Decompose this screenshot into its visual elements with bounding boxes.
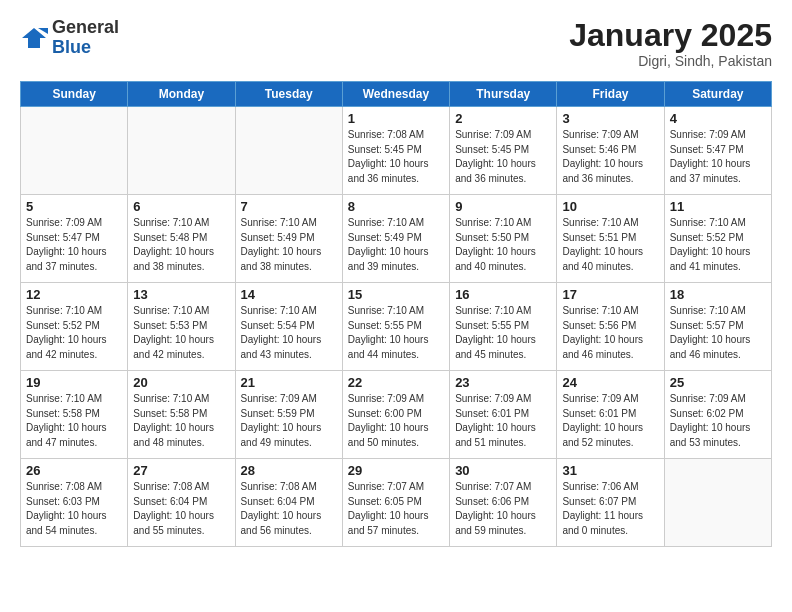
day-cell: 21Sunrise: 7:09 AM Sunset: 5:59 PM Dayli… <box>235 371 342 459</box>
day-info: Sunrise: 7:09 AM Sunset: 6:00 PM Dayligh… <box>348 392 444 450</box>
day-cell: 25Sunrise: 7:09 AM Sunset: 6:02 PM Dayli… <box>664 371 771 459</box>
day-cell: 2Sunrise: 7:09 AM Sunset: 5:45 PM Daylig… <box>450 107 557 195</box>
week-row-1: 1Sunrise: 7:08 AM Sunset: 5:45 PM Daylig… <box>21 107 772 195</box>
day-cell: 4Sunrise: 7:09 AM Sunset: 5:47 PM Daylig… <box>664 107 771 195</box>
day-number: 25 <box>670 375 766 390</box>
day-info: Sunrise: 7:06 AM Sunset: 6:07 PM Dayligh… <box>562 480 658 538</box>
day-number: 24 <box>562 375 658 390</box>
day-number: 29 <box>348 463 444 478</box>
day-cell: 18Sunrise: 7:10 AM Sunset: 5:57 PM Dayli… <box>664 283 771 371</box>
day-info: Sunrise: 7:10 AM Sunset: 5:55 PM Dayligh… <box>348 304 444 362</box>
day-cell: 27Sunrise: 7:08 AM Sunset: 6:04 PM Dayli… <box>128 459 235 547</box>
day-number: 28 <box>241 463 337 478</box>
day-info: Sunrise: 7:10 AM Sunset: 5:50 PM Dayligh… <box>455 216 551 274</box>
day-cell: 10Sunrise: 7:10 AM Sunset: 5:51 PM Dayli… <box>557 195 664 283</box>
logo-icon <box>20 24 48 52</box>
col-thursday: Thursday <box>450 82 557 107</box>
day-cell: 6Sunrise: 7:10 AM Sunset: 5:48 PM Daylig… <box>128 195 235 283</box>
col-sunday: Sunday <box>21 82 128 107</box>
day-info: Sunrise: 7:10 AM Sunset: 5:57 PM Dayligh… <box>670 304 766 362</box>
week-row-3: 12Sunrise: 7:10 AM Sunset: 5:52 PM Dayli… <box>21 283 772 371</box>
day-number: 26 <box>26 463 122 478</box>
logo-general-label: General <box>52 18 119 38</box>
day-cell: 15Sunrise: 7:10 AM Sunset: 5:55 PM Dayli… <box>342 283 449 371</box>
day-number: 16 <box>455 287 551 302</box>
day-info: Sunrise: 7:10 AM Sunset: 5:53 PM Dayligh… <box>133 304 229 362</box>
day-cell: 7Sunrise: 7:10 AM Sunset: 5:49 PM Daylig… <box>235 195 342 283</box>
day-cell: 26Sunrise: 7:08 AM Sunset: 6:03 PM Dayli… <box>21 459 128 547</box>
week-row-2: 5Sunrise: 7:09 AM Sunset: 5:47 PM Daylig… <box>21 195 772 283</box>
day-cell <box>664 459 771 547</box>
day-info: Sunrise: 7:09 AM Sunset: 5:47 PM Dayligh… <box>26 216 122 274</box>
day-number: 1 <box>348 111 444 126</box>
title-block: January 2025 Digri, Sindh, Pakistan <box>569 18 772 69</box>
day-number: 2 <box>455 111 551 126</box>
day-cell: 13Sunrise: 7:10 AM Sunset: 5:53 PM Dayli… <box>128 283 235 371</box>
day-cell: 20Sunrise: 7:10 AM Sunset: 5:58 PM Dayli… <box>128 371 235 459</box>
day-number: 14 <box>241 287 337 302</box>
col-friday: Friday <box>557 82 664 107</box>
day-cell: 28Sunrise: 7:08 AM Sunset: 6:04 PM Dayli… <box>235 459 342 547</box>
day-info: Sunrise: 7:10 AM Sunset: 5:49 PM Dayligh… <box>241 216 337 274</box>
day-info: Sunrise: 7:08 AM Sunset: 5:45 PM Dayligh… <box>348 128 444 186</box>
day-number: 11 <box>670 199 766 214</box>
col-saturday: Saturday <box>664 82 771 107</box>
day-info: Sunrise: 7:10 AM Sunset: 5:52 PM Dayligh… <box>670 216 766 274</box>
day-cell: 22Sunrise: 7:09 AM Sunset: 6:00 PM Dayli… <box>342 371 449 459</box>
day-number: 23 <box>455 375 551 390</box>
day-info: Sunrise: 7:10 AM Sunset: 5:49 PM Dayligh… <box>348 216 444 274</box>
day-cell: 11Sunrise: 7:10 AM Sunset: 5:52 PM Dayli… <box>664 195 771 283</box>
day-cell: 24Sunrise: 7:09 AM Sunset: 6:01 PM Dayli… <box>557 371 664 459</box>
day-cell: 5Sunrise: 7:09 AM Sunset: 5:47 PM Daylig… <box>21 195 128 283</box>
day-number: 5 <box>26 199 122 214</box>
day-info: Sunrise: 7:10 AM Sunset: 5:58 PM Dayligh… <box>133 392 229 450</box>
day-number: 7 <box>241 199 337 214</box>
day-number: 4 <box>670 111 766 126</box>
day-info: Sunrise: 7:09 AM Sunset: 6:01 PM Dayligh… <box>562 392 658 450</box>
day-cell: 30Sunrise: 7:07 AM Sunset: 6:06 PM Dayli… <box>450 459 557 547</box>
day-info: Sunrise: 7:09 AM Sunset: 5:46 PM Dayligh… <box>562 128 658 186</box>
day-number: 3 <box>562 111 658 126</box>
day-info: Sunrise: 7:10 AM Sunset: 5:55 PM Dayligh… <box>455 304 551 362</box>
day-number: 9 <box>455 199 551 214</box>
day-cell: 14Sunrise: 7:10 AM Sunset: 5:54 PM Dayli… <box>235 283 342 371</box>
day-number: 13 <box>133 287 229 302</box>
day-cell: 1Sunrise: 7:08 AM Sunset: 5:45 PM Daylig… <box>342 107 449 195</box>
day-info: Sunrise: 7:10 AM Sunset: 5:56 PM Dayligh… <box>562 304 658 362</box>
day-cell: 12Sunrise: 7:10 AM Sunset: 5:52 PM Dayli… <box>21 283 128 371</box>
day-number: 19 <box>26 375 122 390</box>
day-number: 15 <box>348 287 444 302</box>
day-number: 10 <box>562 199 658 214</box>
day-info: Sunrise: 7:10 AM Sunset: 5:51 PM Dayligh… <box>562 216 658 274</box>
logo: General Blue <box>20 18 119 58</box>
day-cell: 3Sunrise: 7:09 AM Sunset: 5:46 PM Daylig… <box>557 107 664 195</box>
day-number: 17 <box>562 287 658 302</box>
day-info: Sunrise: 7:09 AM Sunset: 6:02 PM Dayligh… <box>670 392 766 450</box>
col-monday: Monday <box>128 82 235 107</box>
day-cell: 23Sunrise: 7:09 AM Sunset: 6:01 PM Dayli… <box>450 371 557 459</box>
day-cell: 16Sunrise: 7:10 AM Sunset: 5:55 PM Dayli… <box>450 283 557 371</box>
day-info: Sunrise: 7:09 AM Sunset: 5:59 PM Dayligh… <box>241 392 337 450</box>
day-number: 20 <box>133 375 229 390</box>
week-row-4: 19Sunrise: 7:10 AM Sunset: 5:58 PM Dayli… <box>21 371 772 459</box>
day-number: 6 <box>133 199 229 214</box>
day-number: 8 <box>348 199 444 214</box>
day-number: 31 <box>562 463 658 478</box>
day-info: Sunrise: 7:07 AM Sunset: 6:05 PM Dayligh… <box>348 480 444 538</box>
day-cell <box>128 107 235 195</box>
week-row-5: 26Sunrise: 7:08 AM Sunset: 6:03 PM Dayli… <box>21 459 772 547</box>
header: General Blue January 2025 Digri, Sindh, … <box>20 18 772 69</box>
day-info: Sunrise: 7:10 AM Sunset: 5:58 PM Dayligh… <box>26 392 122 450</box>
page: General Blue January 2025 Digri, Sindh, … <box>0 0 792 557</box>
day-cell: 17Sunrise: 7:10 AM Sunset: 5:56 PM Dayli… <box>557 283 664 371</box>
header-row: Sunday Monday Tuesday Wednesday Thursday… <box>21 82 772 107</box>
day-cell: 19Sunrise: 7:10 AM Sunset: 5:58 PM Dayli… <box>21 371 128 459</box>
day-number: 27 <box>133 463 229 478</box>
day-number: 21 <box>241 375 337 390</box>
day-info: Sunrise: 7:09 AM Sunset: 5:47 PM Dayligh… <box>670 128 766 186</box>
day-info: Sunrise: 7:10 AM Sunset: 5:54 PM Dayligh… <box>241 304 337 362</box>
day-cell: 8Sunrise: 7:10 AM Sunset: 5:49 PM Daylig… <box>342 195 449 283</box>
main-title: January 2025 <box>569 18 772 53</box>
day-cell: 29Sunrise: 7:07 AM Sunset: 6:05 PM Dayli… <box>342 459 449 547</box>
day-info: Sunrise: 7:07 AM Sunset: 6:06 PM Dayligh… <box>455 480 551 538</box>
